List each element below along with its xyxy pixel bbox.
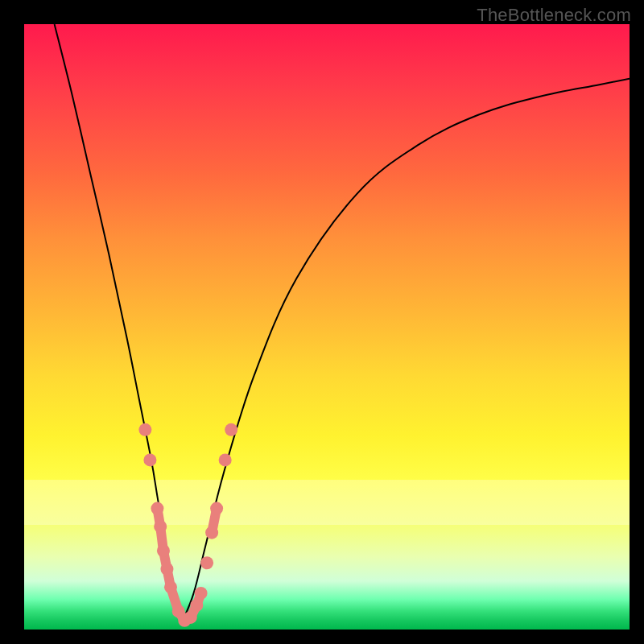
chart-frame	[24, 24, 630, 630]
data-node	[138, 423, 151, 436]
data-node	[195, 587, 208, 600]
data-node	[151, 502, 163, 515]
data-node	[219, 453, 232, 466]
data-node	[210, 502, 223, 515]
data-node	[164, 580, 177, 593]
bottleneck-curve-svg	[24, 24, 630, 630]
data-node	[143, 453, 156, 466]
data-node	[157, 544, 170, 557]
data-node	[154, 520, 167, 533]
data-node	[160, 563, 173, 576]
data-node	[200, 556, 213, 569]
data-node	[205, 526, 218, 539]
watermark-text: TheBottleneck.com	[477, 5, 631, 26]
data-node	[190, 599, 203, 612]
data-node	[184, 611, 197, 624]
data-node	[225, 423, 237, 436]
nodes-group	[138, 423, 237, 627]
curve-right-arm	[182, 79, 630, 624]
